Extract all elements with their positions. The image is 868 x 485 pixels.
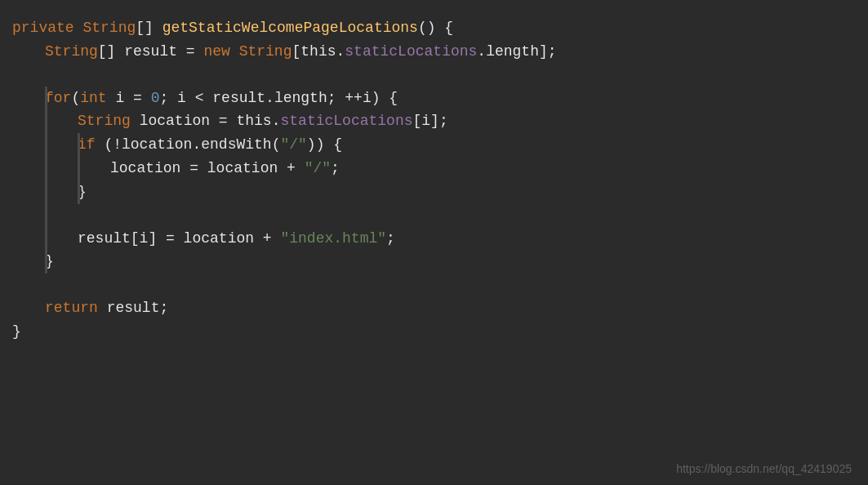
code-line-10: result[i] = location + "index.html";	[0, 227, 868, 251]
code-line-3	[0, 64, 868, 87]
code-line-2: String[] result = new String[this.static…	[0, 40, 868, 64]
code-line-4: for(int i = 0; i < result.length; ++i) {	[0, 87, 868, 110]
code-line-11: }	[0, 250, 868, 274]
code-line-9	[0, 204, 868, 227]
code-line-1: private String[] getStaticWelcomePageLoc…	[0, 16, 868, 40]
code-line-14: }	[0, 320, 868, 344]
code-line-5: String location = this.staticLocations[i…	[0, 109, 868, 133]
code-line-13: return result;	[0, 296, 868, 320]
code-line-8: }	[0, 180, 868, 204]
code-line-6: if (!location.endsWith("/")) {	[0, 133, 868, 157]
code-block: private String[] getStaticWelcomePageLoc…	[0, 8, 868, 352]
code-container: private String[] getStaticWelcomePageLoc…	[0, 0, 868, 485]
watermark: https://blog.csdn.net/qq_42419025	[676, 462, 852, 475]
code-line-7: location = location + "/";	[0, 157, 868, 180]
code-line-12	[0, 274, 868, 296]
